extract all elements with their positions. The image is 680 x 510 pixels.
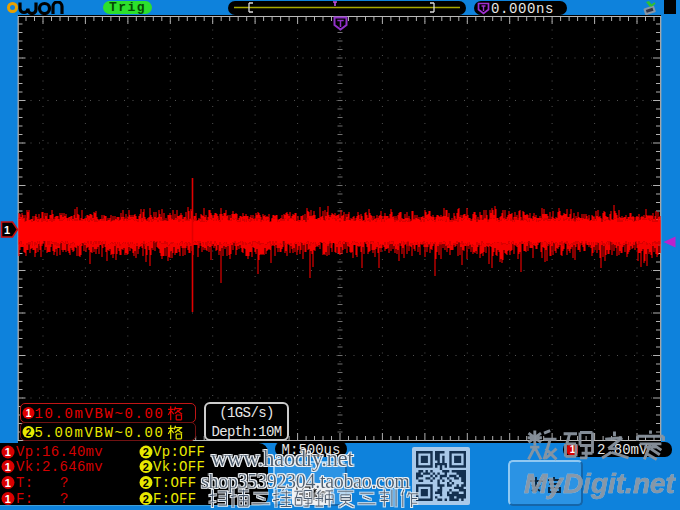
svg-text:MyDigit.net: MyDigit.net	[524, 468, 677, 499]
svg-text:www.haodiy.net: www.haodiy.net	[211, 446, 354, 471]
svg-text:shop35392304.taobao.com: shop35392304.taobao.com	[201, 470, 410, 493]
